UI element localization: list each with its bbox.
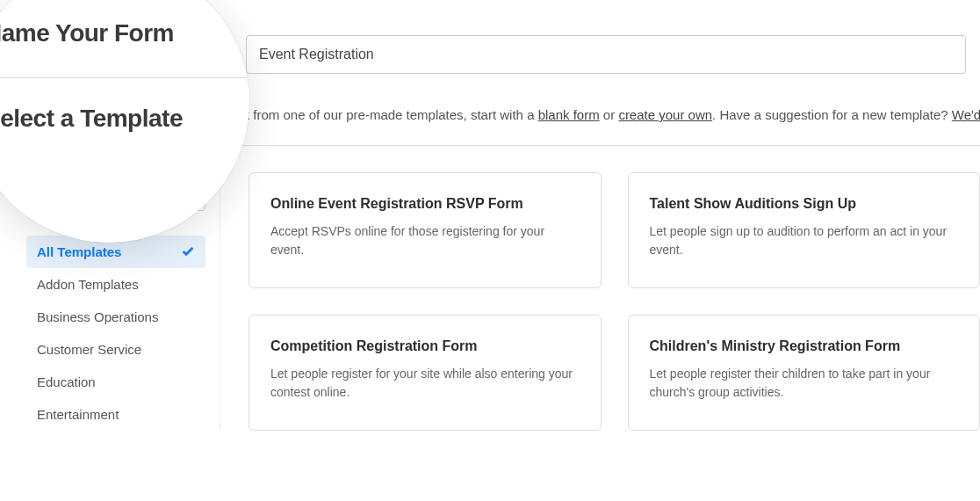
magnifier-template-section: Select a Template bbox=[0, 78, 249, 133]
template-desc: Let people register for your site while … bbox=[270, 365, 580, 402]
template-desc: Accept RSVPs online for those registerin… bbox=[270, 222, 580, 259]
description-middle: or bbox=[600, 107, 619, 122]
magnifier-name-section: Name Your Form bbox=[0, 19, 249, 78]
template-card[interactable]: Talent Show Auditions Sign Up Let people… bbox=[628, 172, 981, 288]
template-title: Talent Show Auditions Sign Up bbox=[650, 196, 959, 212]
form-name-row bbox=[246, 0, 966, 93]
suggestion-link[interactable]: We'd bbox=[952, 107, 980, 122]
create-own-link[interactable]: create your own bbox=[618, 107, 712, 122]
category-list: All Templates Addon Templates Business O… bbox=[26, 236, 205, 431]
category-label: Entertainment bbox=[37, 407, 119, 422]
description-suffix: . Have a suggestion for a new template? bbox=[712, 107, 952, 122]
category-entertainment[interactable]: Entertainment bbox=[26, 398, 205, 431]
template-desc: Let people sign up to audition to perfor… bbox=[650, 222, 959, 259]
template-description: t from one of our pre-made templates, st… bbox=[246, 93, 966, 145]
category-customer-service[interactable]: Customer Service bbox=[26, 333, 205, 366]
check-icon bbox=[181, 244, 195, 258]
category-label: Business Operations bbox=[37, 309, 158, 324]
category-label: Customer Service bbox=[37, 342, 141, 357]
template-card[interactable]: Online Event Registration RSVP Form Acce… bbox=[249, 172, 602, 288]
templates-grid: Online Event Registration RSVP Form Acce… bbox=[220, 162, 980, 431]
description-prefix: t from one of our pre-made templates, st… bbox=[246, 107, 538, 122]
magnifier-template-label: Select a Template bbox=[0, 105, 249, 133]
blank-form-link[interactable]: blank form bbox=[538, 107, 600, 122]
category-label: All Templates bbox=[37, 244, 121, 259]
category-label: Addon Templates bbox=[37, 277, 139, 292]
magnifier-name-label: Name Your Form bbox=[0, 19, 249, 47]
template-desc: Let people register their children to ta… bbox=[650, 365, 959, 402]
template-card[interactable]: Competition Registration Form Let people… bbox=[249, 315, 602, 431]
category-business-operations[interactable]: Business Operations bbox=[26, 301, 205, 333]
template-title: Online Event Registration RSVP Form bbox=[270, 196, 580, 212]
template-card[interactable]: Children's Ministry Registration Form Le… bbox=[628, 315, 981, 431]
category-label: Education bbox=[37, 374, 96, 389]
category-addon-templates[interactable]: Addon Templates bbox=[26, 268, 205, 301]
template-title: Competition Registration Form bbox=[270, 338, 580, 354]
category-education[interactable]: Education bbox=[26, 366, 205, 398]
template-title: Children's Ministry Registration Form bbox=[650, 338, 959, 354]
form-name-input[interactable] bbox=[246, 35, 966, 74]
